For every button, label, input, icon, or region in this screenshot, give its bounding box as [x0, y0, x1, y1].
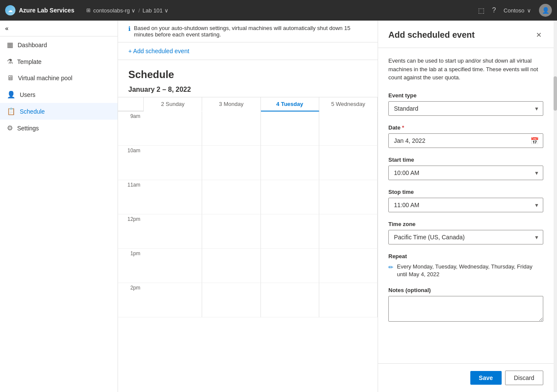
sidebar-collapse-button[interactable]: « [0, 21, 118, 36]
cell-tue-10am[interactable] [261, 146, 319, 180]
cell-tue-11am[interactable] [261, 180, 319, 214]
discard-button[interactable]: Discard [505, 371, 543, 385]
breadcrumb: ⊞ contosolabs-rg ∨ / Lab 101 ∨ [86, 7, 169, 14]
cell-sun-11am[interactable] [144, 180, 202, 214]
template-icon: ⚗ [7, 57, 13, 66]
event-type-select-wrapper: Standard Custom [388, 101, 543, 116]
repeat-section: Repeat ✏ Every Monday, Tuesday, Wednesda… [388, 253, 543, 278]
calendar-day-wednesday[interactable]: 5 Wednesday [319, 97, 378, 112]
sidebar-item-users[interactable]: 👤 Users [0, 86, 118, 103]
date-input-wrapper: 📅 [388, 133, 543, 148]
cell-wed-10am[interactable] [319, 146, 378, 180]
start-time-select[interactable]: 9:00 AM 9:30 AM 10:00 AM 10:30 AM 11:00 … [388, 166, 543, 180]
calendar-wrapper[interactable]: 2 Sunday 3 Monday 4 Tuesday 5 Wednesday … [118, 97, 378, 392]
panel-title: Add scheduled event [388, 30, 475, 40]
action-bar: + Add scheduled event [118, 42, 378, 60]
cell-wed-9am[interactable] [319, 112, 378, 146]
schedule-icon: 📋 [7, 107, 15, 115]
panel-close-button[interactable]: ✕ [534, 29, 543, 41]
calendar-day-monday[interactable]: 3 Monday [202, 97, 260, 112]
app-logo[interactable]: ☁ Azure Lab Services [5, 5, 74, 15]
cell-mon-2pm[interactable] [202, 283, 260, 317]
event-type-field: Event type Standard Custom [388, 92, 543, 116]
event-type-select[interactable]: Standard Custom [388, 101, 543, 116]
time-1pm: 1pm [118, 249, 144, 283]
vm-pool-icon: 🖥 [7, 74, 14, 82]
sidebar-item-schedule[interactable]: 📋 Schedule [0, 103, 118, 120]
date-label: Date * [388, 124, 543, 131]
sidebar-item-template[interactable]: ⚗ Template [0, 53, 118, 70]
nav-icons: ⬚ ? Contoso ∨ 👤 [478, 4, 552, 17]
time-header-empty [118, 97, 144, 112]
cell-tue-9am[interactable] [261, 112, 319, 146]
top-navigation: ☁ Azure Lab Services ⊞ contosolabs-rg ∨ … [0, 0, 557, 21]
right-panel-scrollbar[interactable] [554, 21, 557, 392]
notes-textarea[interactable] [388, 296, 543, 322]
scrollbar-thumb[interactable] [554, 76, 557, 111]
cell-mon-10am[interactable] [202, 146, 260, 180]
sidebar-item-dashboard[interactable]: ▦ Dashboard [0, 36, 118, 53]
calendar-day-sunday[interactable]: 2 Sunday [144, 97, 202, 112]
cell-sun-9am[interactable] [144, 112, 202, 146]
sidebar-label-dashboard: Dashboard [18, 42, 47, 48]
cell-mon-1pm[interactable] [202, 249, 260, 283]
breadcrumb-resource-group[interactable]: contosolabs-rg ∨ [93, 7, 136, 14]
breadcrumb-lab[interactable]: Lab 101 ∨ [142, 7, 169, 14]
add-scheduled-event-button[interactable]: + Add scheduled event [128, 48, 189, 54]
save-button[interactable]: Save [470, 371, 502, 385]
start-time-field: Start time 9:00 AM 9:30 AM 10:00 AM 10:3… [388, 157, 543, 180]
cell-mon-12pm[interactable] [202, 214, 260, 249]
cell-tue-12pm[interactable] [261, 214, 319, 249]
panel-body: Events can be used to start up and/or sh… [378, 48, 554, 363]
cell-mon-9am[interactable] [202, 112, 260, 146]
breadcrumb-separator: / [138, 7, 140, 14]
avatar[interactable]: 👤 [539, 4, 552, 17]
stop-time-select[interactable]: 10:00 AM 10:30 AM 11:00 AM 11:30 AM 12:0… [388, 198, 543, 212]
monitor-icon[interactable]: ⬚ [478, 6, 484, 15]
timezone-select-wrapper: Pacific Time (US, Canada) Eastern Time (… [388, 230, 543, 244]
sidebar-item-vm-pool[interactable]: 🖥 Virtual machine pool [0, 70, 118, 86]
collapse-icon: « [5, 25, 9, 32]
main-layout: « ▦ Dashboard ⚗ Template 🖥 Virtual machi… [0, 21, 557, 392]
date-required: * [402, 124, 404, 131]
calendar-icon[interactable]: 📅 [530, 136, 539, 145]
panel-description: Events can be used to start up and/or sh… [388, 57, 543, 82]
edit-repeat-icon[interactable]: ✏ [388, 263, 394, 272]
cell-wed-2pm[interactable] [319, 283, 378, 317]
event-type-label: Event type [388, 92, 543, 99]
app-name: Azure Lab Services [19, 7, 74, 14]
cell-tue-1pm[interactable] [261, 249, 319, 283]
cell-sun-12pm[interactable] [144, 214, 202, 249]
cell-tue-2pm[interactable] [261, 283, 319, 317]
notes-field: Notes (optional) [388, 287, 543, 323]
cell-sun-10am[interactable] [144, 146, 202, 180]
schedule-title: Schedule [128, 69, 367, 81]
info-icon: ℹ [128, 25, 130, 32]
date-field: Date * 📅 [388, 124, 543, 148]
sidebar-label-schedule: Schedule [20, 108, 45, 115]
calendar-day-tuesday[interactable]: 4 Tuesday [261, 97, 319, 112]
calendar-grid: 2 Sunday 3 Monday 4 Tuesday 5 Wednesday … [118, 97, 378, 317]
cell-wed-1pm[interactable] [319, 249, 378, 283]
cell-wed-11am[interactable] [319, 180, 378, 214]
start-time-label: Start time [388, 157, 543, 163]
time-2pm: 2pm [118, 283, 144, 317]
stop-time-select-wrapper: 10:00 AM 10:30 AM 11:00 AM 11:30 AM 12:0… [388, 198, 543, 212]
timezone-select[interactable]: Pacific Time (US, Canada) Eastern Time (… [388, 230, 543, 244]
stop-time-label: Stop time [388, 189, 543, 195]
help-icon[interactable]: ? [492, 6, 496, 14]
repeat-value: ✏ Every Monday, Tuesday, Wednesday, Thur… [388, 263, 543, 278]
panel-header: Add scheduled event ✕ [378, 21, 554, 48]
sidebar-item-settings[interactable]: ⚙ Settings [0, 120, 118, 136]
cell-wed-12pm[interactable] [319, 214, 378, 249]
add-scheduled-event-panel: Add scheduled event ✕ Events can be used… [378, 21, 554, 392]
time-11am: 11am [118, 180, 144, 214]
date-input[interactable] [388, 133, 543, 148]
start-time-select-wrapper: 9:00 AM 9:30 AM 10:00 AM 10:30 AM 11:00 … [388, 166, 543, 180]
cell-mon-11am[interactable] [202, 180, 260, 214]
schedule-date-range: January 2 – 8, 2022 [128, 86, 367, 93]
time-12pm: 12pm [118, 214, 144, 249]
cell-sun-1pm[interactable] [144, 249, 202, 283]
cell-sun-2pm[interactable] [144, 283, 202, 317]
user-menu[interactable]: Contoso ∨ [504, 7, 531, 14]
